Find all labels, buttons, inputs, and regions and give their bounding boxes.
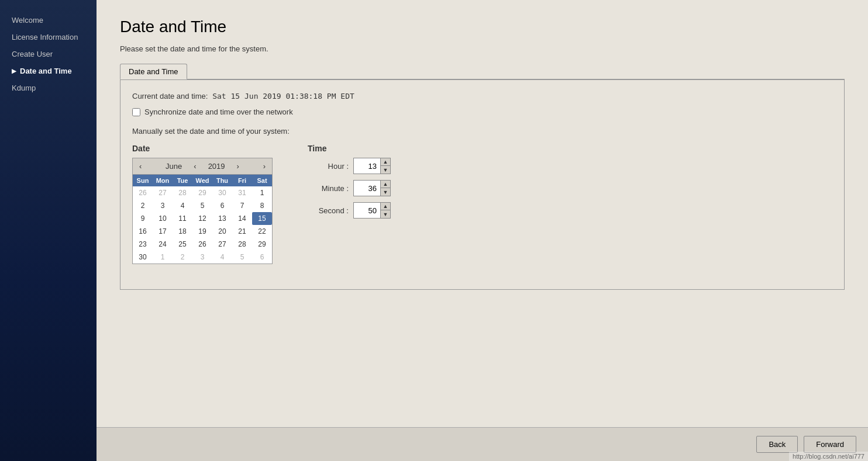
day-fri: Fri (232, 175, 252, 186)
manual-label: Manually set the date and time of your s… (132, 127, 832, 136)
hour-down-button[interactable]: ▼ (381, 166, 390, 174)
calendar-cell[interactable]: 11 (173, 212, 192, 225)
calendar-cell[interactable]: 24 (153, 238, 173, 251)
calendar-cell: 3 (192, 251, 212, 264)
calendar-month: June (166, 162, 182, 171)
calendar-month-year: June ‹ 2019 › (166, 162, 239, 171)
day-mon: Mon (153, 175, 173, 186)
calendar-cell[interactable]: 26 (192, 238, 212, 251)
time-section-header: Time (308, 144, 391, 153)
calendar-cell[interactable]: 13 (212, 212, 232, 225)
hour-spinner: ▲ ▼ (353, 158, 391, 174)
date-time-row: Date ‹ June ‹ 2019 › › Sun Mon (132, 144, 832, 264)
current-datetime-value: Sat 15 Jun 2019 01:38:18 PM EDT (212, 92, 354, 100)
sidebar-item-create-user[interactable]: Create User (0, 46, 97, 63)
day-sat: Sat (252, 175, 272, 186)
sidebar-item-label: License Information (12, 33, 78, 41)
calendar-cell[interactable]: 22 (252, 225, 272, 238)
next-month-button[interactable]: › (260, 161, 268, 172)
page-subtitle: Please set the date and time for the sys… (120, 44, 845, 53)
calendar-cell[interactable]: 20 (212, 225, 232, 238)
second-down-button[interactable]: ▼ (381, 210, 390, 218)
calendar-cell: 1 (153, 251, 173, 264)
day-wed: Wed (192, 175, 212, 186)
calendar-cell[interactable]: 18 (173, 225, 192, 238)
calendar-cell[interactable]: 17 (153, 225, 173, 238)
calendar-section: Date ‹ June ‹ 2019 › › Sun Mon (132, 144, 273, 264)
calendar-cell[interactable]: 19 (192, 225, 212, 238)
calendar-cell[interactable]: 12 (192, 212, 212, 225)
sync-label[interactable]: Synchronize date and time over the netwo… (144, 108, 293, 116)
hour-row: Hour : ▲ ▼ (308, 158, 391, 174)
hour-label: Hour : (308, 162, 349, 171)
hour-input[interactable] (354, 160, 380, 172)
calendar-cell: 28 (173, 186, 192, 199)
calendar-cell[interactable]: 1 (252, 186, 272, 199)
calendar-cell: 2 (173, 251, 192, 264)
calendar-header: ‹ June ‹ 2019 › › (133, 158, 272, 175)
second-input[interactable] (354, 204, 380, 217)
calendar-cell[interactable]: 7 (232, 199, 252, 212)
calendar-cell[interactable]: 27 (212, 238, 232, 251)
forward-button[interactable]: Forward (804, 436, 856, 453)
calendar-cell[interactable]: 30 (133, 251, 153, 264)
day-thu: Thu (212, 175, 232, 186)
calendar-next-year-button[interactable]: › (237, 162, 239, 171)
calendar-grid: 2627282930311234567891011121314151617181… (133, 186, 272, 264)
sidebar: Welcome License Information Create User … (0, 0, 97, 461)
calendar-cell[interactable]: 5 (192, 199, 212, 212)
calendar-cell[interactable]: 14 (232, 212, 252, 225)
calendar-widget: ‹ June ‹ 2019 › › Sun Mon Tue Wed (132, 158, 273, 264)
calendar-cell[interactable]: 15 (252, 212, 272, 225)
calendar-prev-year-button[interactable]: ‹ (194, 162, 196, 171)
calendar-cell[interactable]: 23 (133, 238, 153, 251)
prev-month-button[interactable]: ‹ (136, 161, 144, 172)
sidebar-item-date-time[interactable]: ▶ Date and Time (0, 63, 97, 79)
hour-spinner-buttons: ▲ ▼ (380, 158, 390, 174)
calendar-cell[interactable]: 4 (173, 199, 192, 212)
calendar-cell[interactable]: 6 (212, 199, 232, 212)
calendar-cell: 26 (133, 186, 153, 199)
second-up-button[interactable]: ▲ (381, 203, 390, 210)
minute-down-button[interactable]: ▼ (381, 188, 390, 196)
sidebar-item-label: Kdump (12, 84, 36, 92)
sidebar-item-label: Create User (12, 50, 53, 58)
sidebar-item-license[interactable]: License Information (0, 29, 97, 46)
tab-date-time[interactable]: Date and Time (120, 64, 187, 79)
minute-row: Minute : ▲ ▼ (308, 180, 391, 196)
sidebar-item-label: Welcome (12, 16, 43, 25)
calendar-cell: 5 (232, 251, 252, 264)
calendar-year: 2019 (208, 162, 225, 171)
sync-checkbox[interactable] (132, 108, 140, 116)
sidebar-item-welcome[interactable]: Welcome (0, 12, 97, 29)
page-title: Date and Time (120, 18, 845, 36)
sidebar-item-kdump[interactable]: Kdump (0, 79, 97, 96)
calendar-cell: 4 (212, 251, 232, 264)
minute-spinner-buttons: ▲ ▼ (380, 181, 390, 196)
calendar-cell[interactable]: 2 (133, 199, 153, 212)
calendar-cell[interactable]: 29 (252, 238, 272, 251)
calendar-cell[interactable]: 10 (153, 212, 173, 225)
second-label: Second : (308, 206, 349, 215)
calendar-cell[interactable]: 21 (232, 225, 252, 238)
main-area: Date and Time Please set the date and ti… (97, 0, 868, 461)
second-spinner: ▲ ▼ (353, 202, 391, 219)
current-datetime: Current date and time: Sat 15 Jun 2019 0… (132, 92, 832, 100)
calendar-cell[interactable]: 28 (232, 238, 252, 251)
hour-up-button[interactable]: ▲ (381, 158, 390, 166)
bottom-bar: Back Forward (97, 427, 868, 461)
calendar-days-header: Sun Mon Tue Wed Thu Fri Sat (133, 175, 272, 186)
back-button[interactable]: Back (756, 436, 798, 453)
date-section-header: Date (132, 144, 273, 153)
panel: Current date and time: Sat 15 Jun 2019 0… (120, 79, 845, 290)
calendar-cell[interactable]: 9 (133, 212, 153, 225)
calendar-cell[interactable]: 3 (153, 199, 173, 212)
day-tue: Tue (173, 175, 192, 186)
calendar-cell[interactable]: 8 (252, 199, 272, 212)
minute-input[interactable] (354, 182, 380, 195)
calendar-cell[interactable]: 25 (173, 238, 192, 251)
calendar-cell[interactable]: 16 (133, 225, 153, 238)
time-section: Time Hour : ▲ ▼ Minute : (308, 144, 391, 224)
minute-up-button[interactable]: ▲ (381, 181, 390, 188)
day-sun: Sun (133, 175, 153, 186)
